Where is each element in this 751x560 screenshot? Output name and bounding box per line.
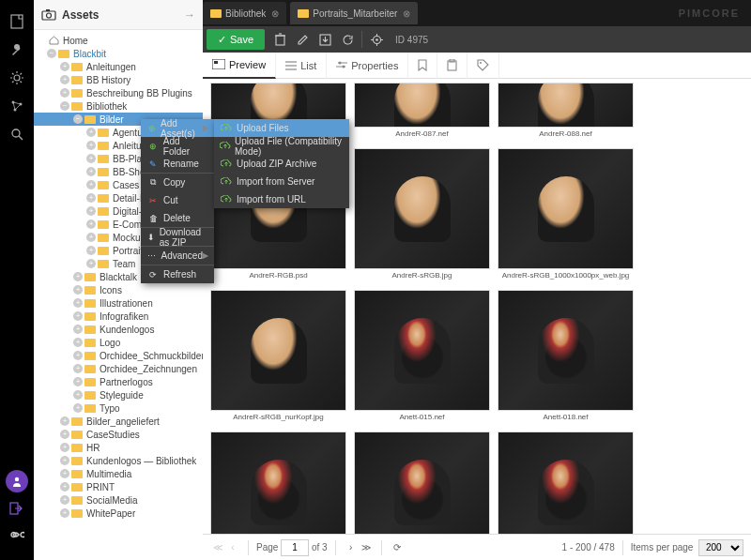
thumbnail[interactable]: AndreR-087.nef <box>354 83 490 141</box>
expand-icon[interactable]: + <box>73 272 83 281</box>
thumbnail[interactable]: Anett-RGB.psd <box>210 431 346 534</box>
menu-item[interactable]: Import from URL <box>214 190 349 208</box>
expand-icon[interactable]: + <box>73 338 83 347</box>
menu-item[interactable]: ⊕ Add Folder <box>141 137 214 155</box>
thumbnail[interactable]: AndreR-sRGB.jpg <box>354 148 490 282</box>
tree-item[interactable]: − Blackbit <box>34 47 203 60</box>
expand-icon[interactable]: + <box>86 167 96 176</box>
thumbnail[interactable]: Anett-018.nef <box>498 290 634 424</box>
menu-item[interactable]: ⊕ Add Asset(s) ▶ <box>141 119 214 137</box>
tree-item[interactable]: + SocialMedia <box>34 493 203 507</box>
search-icon[interactable] <box>7 124 27 144</box>
tree-item[interactable]: + CaseStudies <box>34 428 203 441</box>
expand-icon[interactable]: + <box>60 508 69 518</box>
expand-icon[interactable]: − <box>47 49 56 58</box>
properties-tab[interactable]: Properties <box>327 53 408 79</box>
thumbnail[interactable]: AndreR-sRGB_nurKopf.jpg <box>210 290 346 424</box>
target-icon[interactable] <box>365 28 388 51</box>
first-page-icon[interactable]: ≪ <box>210 542 225 552</box>
last-page-icon[interactable]: ≫ <box>359 542 374 552</box>
tree-item[interactable]: + Logo <box>34 336 203 349</box>
items-per-page-select[interactable]: 200 <box>698 539 743 556</box>
expand-icon[interactable]: + <box>86 246 96 255</box>
tree-item[interactable]: + Bilder_angeliefert <box>34 415 203 428</box>
tree-item[interactable]: + PRINT <box>34 480 203 493</box>
tree-item[interactable]: + Partnerlogos <box>34 375 203 388</box>
expand-icon[interactable]: + <box>86 141 96 150</box>
user-icon[interactable] <box>6 470 28 492</box>
tree-item[interactable]: + Kundenlogos — Bibliothek <box>34 454 203 467</box>
tree-item[interactable]: + BB History <box>34 73 203 86</box>
expand-icon[interactable]: + <box>73 285 83 295</box>
expand-icon[interactable]: + <box>73 403 83 413</box>
tag-icon[interactable] <box>467 53 499 79</box>
expand-icon[interactable]: − <box>73 114 83 124</box>
expand-icon[interactable]: + <box>86 233 96 242</box>
refresh-icon[interactable] <box>336 28 359 51</box>
menu-item[interactable]: Upload ZIP Archive <box>214 155 349 173</box>
tree-item[interactable]: + Icons <box>34 283 203 296</box>
menu-item[interactable]: ⧉ Copy <box>141 174 214 191</box>
close-icon[interactable]: ⊗ <box>403 8 410 19</box>
expand-icon[interactable]: + <box>60 430 69 439</box>
menu-item[interactable]: ✂ Cut <box>141 191 214 209</box>
tree-home[interactable]: Home <box>34 34 203 47</box>
logout-icon[interactable] <box>6 498 26 519</box>
tree-item[interactable]: + Beschreibung BB Plugins <box>34 86 203 99</box>
delete-icon[interactable] <box>268 28 291 51</box>
next-page-icon[interactable]: › <box>344 542 359 552</box>
prev-page-icon[interactable]: ‹ <box>225 542 240 552</box>
menu-item[interactable]: Import from Server <box>214 173 349 190</box>
thumbnail[interactable]: AndreR-sRGB_1000x1000px_web.jpg <box>498 148 634 282</box>
expand-icon[interactable]: + <box>86 193 96 203</box>
tree-item[interactable]: + WhitePaper <box>34 507 203 520</box>
expand-icon[interactable]: + <box>73 311 83 321</box>
save-button[interactable]: ✓Save <box>207 29 265 50</box>
tab-portraits[interactable]: Portraits_Mitarbeiter⊗ <box>290 2 418 24</box>
tree-item[interactable]: + Multimedia <box>34 467 203 480</box>
expand-icon[interactable]: + <box>60 62 69 71</box>
list-tab[interactable]: List <box>276 53 327 79</box>
download-icon[interactable] <box>314 28 336 51</box>
expand-icon[interactable]: + <box>73 364 83 373</box>
expand-icon[interactable]: + <box>73 298 83 308</box>
menu-item[interactable]: ⬇ Download as ZIP <box>141 228 214 246</box>
expand-icon[interactable]: + <box>86 128 96 137</box>
tree-item[interactable]: + Orchidee_Schmuckbilder <box>34 349 203 362</box>
expand-icon[interactable]: + <box>60 75 69 84</box>
expand-icon[interactable]: + <box>60 416 69 426</box>
expand-icon[interactable]: + <box>60 88 69 98</box>
tree-item[interactable]: + Kundenlogos <box>34 323 203 336</box>
menu-item[interactable]: ⟳ Refresh <box>141 265 214 283</box>
bookmark-icon[interactable] <box>408 53 437 79</box>
menu-item[interactable]: Upload Files <box>214 119 349 137</box>
expand-icon[interactable]: + <box>73 390 83 400</box>
wrench-icon[interactable] <box>7 39 27 60</box>
menu-item[interactable]: Upload File (Compatibility Mode) <box>214 137 349 155</box>
tree-item[interactable]: − Bibliothek <box>34 99 203 113</box>
menu-item[interactable]: ⋯ Advanced ▶ <box>141 247 214 265</box>
menu-item[interactable]: ✎ Rename <box>141 155 214 173</box>
thumbnail[interactable]: AndreR-088.nef <box>498 83 634 141</box>
collapse-icon[interactable]: → <box>184 8 195 22</box>
tab-bibliothek[interactable]: Bibliothek⊗ <box>203 2 286 24</box>
gear-icon[interactable] <box>7 68 27 88</box>
tree-item[interactable]: + Orchidee_Zeichnungen <box>34 362 203 375</box>
expand-icon[interactable]: − <box>60 101 69 111</box>
edit-icon[interactable] <box>291 28 314 51</box>
expand-icon[interactable]: + <box>73 325 83 334</box>
expand-icon[interactable]: + <box>86 219 96 229</box>
close-icon[interactable]: ⊗ <box>271 8 279 19</box>
expand-icon[interactable]: + <box>73 351 83 360</box>
thumbnail[interactable]: Anett-sRGB.jpg <box>354 431 490 534</box>
tree-item[interactable]: + Typo <box>34 401 203 415</box>
expand-icon[interactable]: + <box>86 259 96 268</box>
tree-item[interactable]: + Infografiken <box>34 310 203 323</box>
expand-icon[interactable]: + <box>60 482 69 492</box>
reload-icon[interactable]: ⟳ <box>390 542 405 552</box>
expand-icon[interactable]: + <box>60 443 69 452</box>
expand-icon[interactable]: + <box>86 206 96 216</box>
expand-icon[interactable]: + <box>86 154 96 163</box>
thumbnail[interactable]: Anett-015.nef <box>354 290 490 424</box>
infinity-icon[interactable] <box>6 524 26 545</box>
